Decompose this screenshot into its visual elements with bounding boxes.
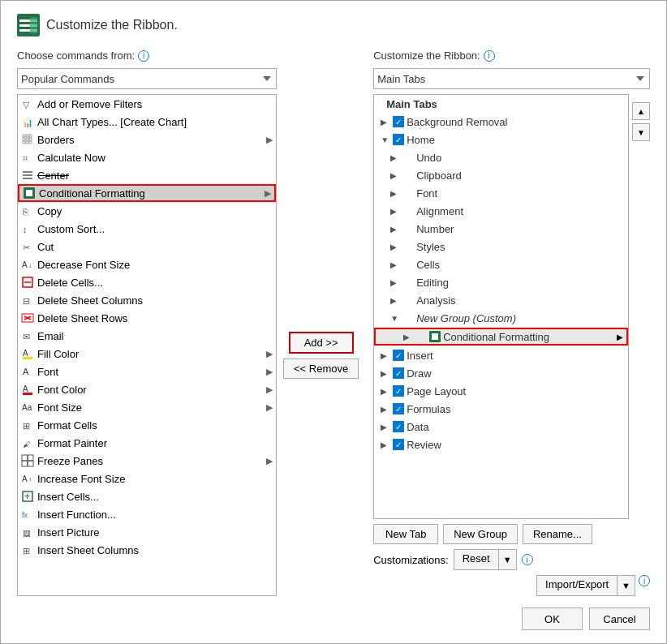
- scroll-down-button[interactable]: ▼: [632, 123, 650, 141]
- list-item[interactable]: 🖼Insert Picture: [18, 523, 276, 541]
- ribbon-tree[interactable]: Main Tabs▶✓Background Removal▼✓Home▶Undo…: [373, 94, 629, 519]
- list-item[interactable]: ✉Email: [18, 327, 276, 345]
- list-item[interactable]: Delete Sheet Rows: [18, 309, 276, 327]
- tree-item[interactable]: ▶Editing: [374, 273, 628, 291]
- tree-expand-icon[interactable]: ▶: [390, 278, 400, 287]
- list-item[interactable]: ⊞Insert Sheet Columns: [18, 541, 276, 559]
- list-item[interactable]: AFont Color▶: [18, 380, 276, 398]
- tree-checkbox[interactable]: ✓: [393, 439, 404, 450]
- tree-expand-icon[interactable]: ▶: [390, 243, 400, 251]
- command-source-select[interactable]: Popular Commands All Commands Commands N…: [17, 68, 277, 89]
- list-item[interactable]: ⊞Format Cells: [18, 416, 276, 434]
- tree-checkbox[interactable]: ✓: [393, 385, 404, 397]
- choose-info-icon[interactable]: i: [138, 50, 149, 62]
- list-item[interactable]: +Insert Cells...: [18, 487, 276, 505]
- tree-item[interactable]: ▶Cells: [374, 255, 628, 273]
- list-item[interactable]: AaFont Size▶: [18, 398, 276, 416]
- tree-expand-icon[interactable]: ▶: [381, 387, 390, 396]
- tree-item[interactable]: ▶✓Review: [374, 436, 628, 453]
- new-group-button[interactable]: New Group: [443, 524, 518, 544]
- ok-button[interactable]: OK: [522, 608, 583, 630]
- tree-checkbox[interactable]: ✓: [393, 367, 404, 379]
- tree-item[interactable]: ▼New Group (Custom): [374, 309, 628, 327]
- tree-item[interactable]: ▶Font: [374, 184, 628, 202]
- item-label: Center: [37, 170, 273, 182]
- reset-label[interactable]: Reset: [454, 550, 499, 569]
- list-item[interactable]: Center: [18, 166, 276, 184]
- cancel-button[interactable]: Cancel: [589, 608, 650, 630]
- tree-item[interactable]: Main Tabs: [374, 95, 628, 113]
- tree-item[interactable]: ▶Conditional Formatting▶: [374, 328, 628, 346]
- tree-expand-icon[interactable]: ▶: [390, 225, 400, 234]
- tree-item[interactable]: ▶✓Insert: [374, 346, 628, 364]
- list-item[interactable]: AFont▶: [18, 363, 276, 380]
- tree-expand-icon[interactable]: ▶: [381, 405, 390, 414]
- tree-item[interactable]: ▶✓Data: [374, 418, 628, 436]
- add-button[interactable]: Add >>: [289, 332, 354, 354]
- list-item[interactable]: ✂Cut: [18, 238, 276, 255]
- tree-checkbox[interactable]: ✓: [393, 116, 404, 127]
- reset-split-button[interactable]: Reset ▼: [454, 549, 517, 570]
- svg-text:⎘: ⎘: [23, 207, 28, 217]
- commands-list[interactable]: ▽Add or Remove Filters📊All Chart Types..…: [17, 94, 277, 596]
- remove-button[interactable]: << Remove: [283, 358, 359, 379]
- import-export-label[interactable]: Import/Export: [537, 576, 618, 595]
- tree-item[interactable]: ▶Styles: [374, 238, 628, 255]
- ribbon-select[interactable]: Main Tabs Tool Tabs All Tabs: [373, 68, 650, 89]
- tree-checkbox[interactable]: ✓: [393, 350, 404, 361]
- tree-item[interactable]: ▶✓Formulas: [374, 400, 628, 418]
- reset-dropdown-arrow[interactable]: ▼: [499, 550, 516, 569]
- list-item[interactable]: Borders▶: [18, 131, 276, 148]
- list-item[interactable]: 📊All Chart Types... [Create Chart]: [18, 113, 276, 131]
- ribbon-label: Customize the Ribbon:: [373, 49, 480, 62]
- list-item[interactable]: ⌗Calculate Now: [18, 148, 276, 166]
- tree-expand-icon[interactable]: ▶: [381, 351, 390, 360]
- tree-expand-icon[interactable]: ▶: [381, 118, 390, 127]
- tree-item[interactable]: ▼✓Home: [374, 131, 628, 148]
- tree-item[interactable]: ▶Analysis: [374, 291, 628, 309]
- tree-expand-icon[interactable]: ▶: [390, 153, 400, 162]
- tree-expand-icon[interactable]: ▶: [390, 171, 400, 180]
- item-label: Borders: [37, 134, 263, 146]
- tree-expand-icon[interactable]: ▶: [390, 296, 400, 305]
- tree-item[interactable]: ▶Undo: [374, 148, 628, 166]
- list-item[interactable]: ⎘Copy: [18, 202, 276, 220]
- tree-item[interactable]: ▶Alignment: [374, 202, 628, 220]
- tree-checkbox[interactable]: ✓: [393, 134, 404, 145]
- scroll-up-button[interactable]: ▲: [632, 102, 650, 120]
- tree-expand-icon[interactable]: ▶: [381, 423, 390, 431]
- import-export-dropdown-arrow[interactable]: ▼: [618, 576, 635, 595]
- list-item[interactable]: AFill Color▶: [18, 345, 276, 363]
- list-item[interactable]: 🖌Format Painter: [18, 434, 276, 452]
- tree-item[interactable]: ▶✓Background Removal: [374, 113, 628, 131]
- import-export-split-button[interactable]: Import/Export ▼: [536, 575, 635, 596]
- list-item[interactable]: A↑Increase Font Size: [18, 470, 276, 487]
- tree-checkbox[interactable]: ✓: [393, 421, 404, 432]
- tree-expand-icon[interactable]: ▶: [381, 369, 390, 378]
- tree-expand-icon[interactable]: ▼: [390, 314, 400, 323]
- tree-item[interactable]: ▶✓Draw: [374, 364, 628, 382]
- list-item[interactable]: ↕Custom Sort...: [18, 220, 276, 238]
- tree-item[interactable]: ▶✓Page Layout: [374, 382, 628, 400]
- ribbon-info-icon[interactable]: i: [484, 50, 495, 62]
- tree-item[interactable]: ▶Number: [374, 220, 628, 238]
- list-item[interactable]: Freeze Panes▶: [18, 452, 276, 470]
- tree-expand-icon[interactable]: ▼: [381, 135, 390, 144]
- import-export-info-icon[interactable]: i: [639, 575, 650, 586]
- tree-expand-icon[interactable]: ▶: [390, 207, 400, 216]
- tree-item[interactable]: ▶Clipboard: [374, 166, 628, 184]
- list-item[interactable]: ▽Add or Remove Filters: [18, 95, 276, 113]
- customizations-info-icon[interactable]: i: [522, 554, 533, 565]
- rename-button[interactable]: Rename...: [523, 524, 592, 544]
- list-item[interactable]: Conditional Formatting▶: [18, 184, 276, 202]
- list-item[interactable]: ⊟Delete Sheet Columns: [18, 291, 276, 309]
- tree-expand-icon[interactable]: ▶: [381, 440, 390, 449]
- list-item[interactable]: A↓Decrease Font Size: [18, 255, 276, 273]
- tree-expand-icon[interactable]: ▶: [403, 333, 413, 341]
- list-item[interactable]: Delete Cells...: [18, 273, 276, 291]
- tree-expand-icon[interactable]: ▶: [390, 189, 400, 198]
- list-item[interactable]: fxInsert Function...: [18, 505, 276, 523]
- new-tab-button[interactable]: New Tab: [373, 524, 438, 544]
- tree-expand-icon[interactable]: ▶: [390, 260, 400, 269]
- tree-checkbox[interactable]: ✓: [393, 403, 404, 414]
